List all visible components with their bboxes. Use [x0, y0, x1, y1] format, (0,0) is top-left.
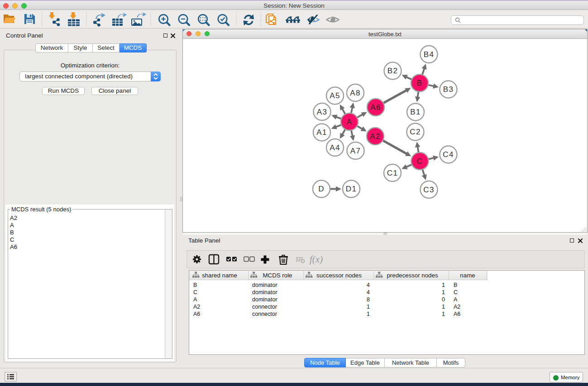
svg-text:A6: A6	[193, 311, 200, 317]
svg-text:1: 1	[367, 311, 370, 317]
svg-text:1: 1	[442, 282, 445, 288]
svg-text:A2: A2	[193, 304, 200, 310]
svg-text:1: 1	[442, 311, 445, 317]
svg-text:C: C	[454, 289, 458, 295]
svg-text:1: 1	[442, 289, 445, 295]
svg-text:successor nodes: successor nodes	[316, 272, 362, 279]
svg-text:4: 4	[367, 289, 370, 295]
svg-text:dominator: dominator	[252, 296, 277, 303]
svg-text:A6: A6	[454, 311, 460, 317]
svg-text:8: 8	[367, 296, 370, 303]
svg-text:A2: A2	[454, 304, 460, 310]
svg-text:predecessor nodes: predecessor nodes	[387, 272, 438, 279]
svg-text:B: B	[193, 282, 197, 288]
svg-text:name: name	[460, 272, 475, 279]
svg-text:connector: connector	[252, 311, 277, 317]
svg-text:C: C	[193, 289, 197, 295]
svg-text:A: A	[193, 296, 197, 303]
svg-text:dominator: dominator	[252, 289, 277, 295]
svg-text:1: 1	[367, 304, 370, 310]
svg-text:connector: connector	[252, 304, 277, 310]
svg-text:B: B	[454, 282, 457, 288]
svg-text:dominator: dominator	[252, 282, 277, 288]
svg-text:A: A	[454, 296, 458, 303]
svg-text:shared name: shared name	[202, 272, 237, 279]
svg-text:4: 4	[367, 282, 370, 288]
svg-text:1: 1	[442, 304, 445, 310]
svg-text:MCDS role: MCDS role	[263, 272, 292, 279]
svg-text:0: 0	[442, 296, 445, 303]
svg-text:f(x): f(x)	[310, 254, 323, 265]
